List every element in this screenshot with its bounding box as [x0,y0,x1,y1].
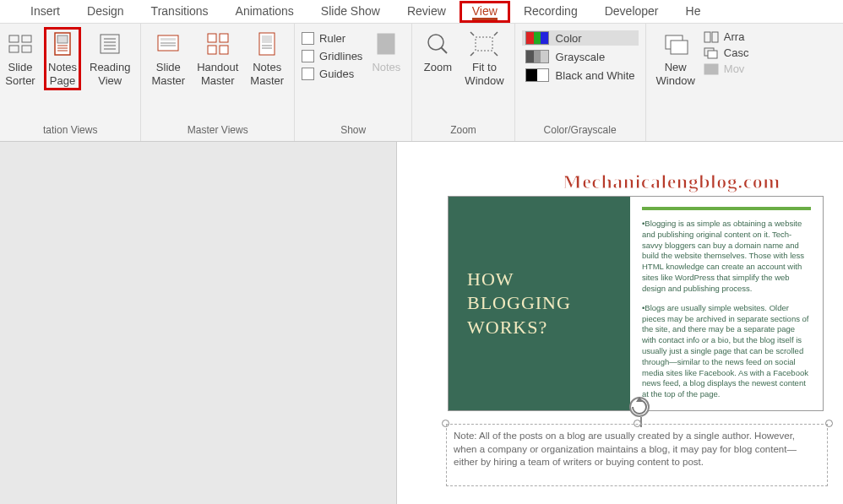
gridlines-checkbox[interactable]: Gridlines [302,50,362,62]
bw-button[interactable]: Black and White [522,68,639,83]
svg-rect-32 [476,37,492,51]
cascade-button[interactable]: Casc [704,46,749,59]
move-label: Mov [724,62,745,75]
cascade-label: Casc [724,46,749,59]
fit-to-window-button[interactable]: Fit to Window [461,27,507,90]
reading-view-button[interactable]: Reading View [86,27,133,90]
tab-design[interactable]: Design [73,1,138,23]
slide-content-panel: •Blogging is as simple as obtaining a we… [630,197,823,410]
arrange-all-button[interactable]: Arra [704,30,749,43]
svg-rect-15 [160,38,176,41]
svg-rect-18 [208,34,216,42]
thumbnail-pane[interactable] [0,142,397,504]
group-label-color: Color/Grayscale [544,122,617,139]
tab-recording[interactable]: Recording [510,1,591,23]
notes-master-button[interactable]: Notes Master [247,27,287,90]
svg-rect-35 [704,32,710,42]
reading-view-icon [96,30,123,57]
zoom-icon [424,30,451,57]
ribbon: Slide Sorter Notes Page Reading View tat… [0,24,843,142]
checkbox-icon [302,50,314,62]
color-label: Color [556,32,582,45]
slide-sorter-label: Slide Sorter [5,61,35,87]
group-master-views: Slide Master Handout Master Notes Master… [141,24,295,141]
zoom-label: Zoom [424,61,452,74]
handout-master-button[interactable]: Handout Master [193,27,242,90]
ribbon-tabs: Insert Design Transitions Animations Sli… [0,0,843,24]
notes-page-icon [49,30,76,57]
slide-para-1: •Blogging is as simple as obtaining a we… [642,219,811,295]
guides-label: Guides [319,68,354,80]
slide-master-button[interactable]: Slide Master [148,27,188,90]
move-split-icon [704,63,719,75]
group-label-window [699,122,702,139]
group-label-zoom: Zoom [450,122,476,139]
svg-rect-1 [22,35,31,42]
svg-rect-36 [712,32,718,42]
zoom-button[interactable]: Zoom [419,27,456,78]
notes-master-icon [253,30,280,57]
ruler-label: Ruler [319,32,345,45]
tab-developer[interactable]: Developer [591,1,672,23]
tab-insert[interactable]: Insert [17,1,73,23]
new-window-label: New Window [656,61,695,87]
grayscale-button[interactable]: Grayscale [522,49,639,64]
notes-text: Note: All of the posts on a blog are usu… [454,431,797,467]
group-label-master-views: Master Views [188,122,248,139]
slide-master-icon [155,30,182,57]
slide-preview[interactable]: HOW BLOGGING WORKS? •Blogging is as simp… [448,196,824,411]
notes-page-label: Notes Page [48,61,77,87]
handout-master-icon [204,30,231,57]
guides-checkbox[interactable]: Guides [302,68,362,80]
bw-label: Black and White [556,69,635,82]
new-window-button[interactable]: New Window [653,27,699,90]
svg-rect-3 [22,46,31,52]
notes-btn-label: Notes [372,61,400,74]
svg-rect-2 [9,46,19,52]
tab-transitions[interactable]: Transitions [138,1,222,23]
rotation-handle[interactable] [629,397,650,417]
svg-rect-20 [208,46,216,54]
slide-para-2: •Blogs are usually simple websites. Olde… [642,303,811,400]
notes-textbox[interactable]: Note: All of the posts on a blog are usu… [446,424,828,486]
notes-page-button[interactable]: Notes Page [44,27,81,90]
arrange-label: Arra [724,30,745,43]
grayscale-swatch-icon [525,50,549,63]
tab-help[interactable]: He [672,1,715,23]
checkbox-icon [302,68,314,80]
svg-rect-9 [101,35,119,53]
fit-window-icon [469,30,499,57]
tab-animations[interactable]: Animations [222,1,307,23]
watermark-text: Mechanicalengblog.com [563,171,780,193]
slide-master-label: Slide Master [151,61,185,87]
group-presentation-views: Slide Sorter Notes Page Reading View tat… [0,24,141,141]
slide-sorter-icon [7,30,34,57]
color-button[interactable]: Color [522,30,639,46]
slide-sorter-button[interactable]: Slide Sorter [2,27,39,90]
fit-label: Fit to Window [465,61,503,87]
svg-rect-21 [220,46,228,54]
svg-rect-23 [262,35,272,43]
arrange-icon [704,31,719,43]
notes-page-canvas[interactable]: Mechanicalengblog.com HOW BLOGGING WORKS… [397,142,843,504]
ruler-checkbox[interactable]: Ruler [302,32,362,45]
new-window-icon [662,30,689,57]
group-window: New Window Arra Casc Mov [646,24,756,141]
notes-button: Notes [367,27,405,78]
svg-marker-43 [636,397,643,402]
svg-rect-0 [9,35,19,42]
move-split-button: Mov [704,62,749,75]
svg-rect-5 [57,35,68,43]
editor-area: Mechanicalengblog.com HOW BLOGGING WORKS… [0,142,843,504]
svg-rect-19 [220,34,228,42]
group-label-presentation-views: tation Views [43,122,97,139]
grayscale-label: Grayscale [556,51,606,63]
tab-slideshow[interactable]: Slide Show [307,1,394,23]
bw-swatch-icon [525,68,549,82]
tab-view[interactable]: View [460,1,510,23]
group-color-grayscale: Color Grayscale Black and White Color/Gr… [515,24,646,141]
tab-review[interactable]: Review [394,1,460,23]
group-show: Ruler Gridlines Guides Notes Show [295,24,412,141]
slide-title: HOW BLOGGING WORKS? [467,268,612,340]
reading-view-label: Reading View [90,61,130,87]
